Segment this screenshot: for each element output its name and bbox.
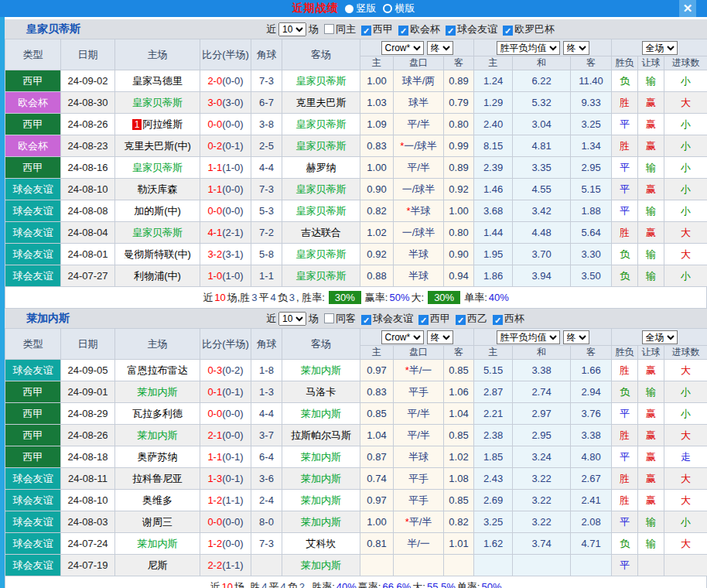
handicap-line: 平/半 <box>394 114 444 135</box>
avg-home-odds: 5.15 <box>474 360 513 381</box>
near-count-select[interactable]: 10 <box>278 22 306 36</box>
handicap-home-odds: 0.92 <box>360 244 394 265</box>
league-checkbox[interactable]: ✓ <box>361 26 371 36</box>
corner-score: 7-3 <box>251 179 282 200</box>
away-team: 艾科坎 <box>282 533 360 555</box>
avg-away-odds: 3.30 <box>571 244 612 265</box>
avg-home-odds: 2.40 <box>474 114 513 135</box>
league-checkbox[interactable]: ✓ <box>493 315 503 325</box>
handicap-line: 半/一 <box>394 533 444 555</box>
away-team: 吉达联合 <box>282 222 360 244</box>
wdl-result: 胜 <box>612 92 638 114</box>
handicap-result: 输 <box>638 381 664 403</box>
league-checkbox[interactable]: ✓ <box>361 315 371 325</box>
bookmaker-select[interactable]: Crow* <box>381 41 424 55</box>
corner-score: 2-5 <box>251 135 282 157</box>
same-home-checkbox[interactable] <box>324 24 334 34</box>
full-match-select[interactable]: 全场 <box>642 330 678 344</box>
avg-draw-odds: 3.04 <box>513 114 571 135</box>
wdl-result: 胜 <box>612 222 638 244</box>
avg-away-odds: 4.80 <box>571 446 612 468</box>
final-avg-select[interactable]: 终 <box>563 41 589 55</box>
home-team: 莱加内斯 <box>115 381 200 403</box>
near-count-select[interactable]: 10 <box>278 312 306 326</box>
horizontal-layout-radio[interactable] <box>383 4 392 13</box>
match-date: 24-08-01 <box>61 244 115 265</box>
match-type-badge: 西甲 <box>5 157 61 179</box>
avg-draw-odds: 4.55 <box>513 179 571 200</box>
handicap-away-odds: 1.08 <box>444 468 474 490</box>
match-row: 球会友谊 24-08-08 加的斯(中) 0-0(0-0) 5-3 皇家贝蒂斯 … <box>5 200 707 222</box>
away-team: 赫罗纳 <box>282 157 360 179</box>
goals-result: 大 <box>664 244 707 265</box>
corner-score: 7-3 <box>251 70 282 92</box>
same-away-checkbox[interactable] <box>324 313 334 323</box>
record-summary: 近10场, 胜4平4负2, 胜率:40% 赢率:66.6% 大:55.5% 单率… <box>5 576 707 588</box>
final-odds-select[interactable]: 终 <box>427 41 453 55</box>
league-label: 球会友谊 <box>373 313 413 324</box>
horizontal-layout-label[interactable]: 横版 <box>395 2 415 15</box>
summary-segment: 50% <box>481 581 501 588</box>
goals-result: 小 <box>664 511 707 533</box>
avg-odds-select[interactable]: 胜平负均值 <box>497 330 560 344</box>
full-match-select[interactable]: 全场 <box>642 41 678 55</box>
away-team: 莱加内斯 <box>282 360 360 381</box>
handicap-home-odds: 0.81 <box>360 533 394 555</box>
goals-result: 大 <box>664 425 707 446</box>
handicap-line: 平/半 <box>394 403 444 425</box>
bookmaker-select[interactable]: Crow* <box>381 330 424 344</box>
home-team: 莱加内斯 <box>115 425 200 446</box>
home-team: 皇家贝蒂斯 <box>115 92 200 114</box>
league-checkbox[interactable]: ✓ <box>418 315 429 325</box>
match-type-badge: 球会友谊 <box>5 179 61 200</box>
avg-away-odds: 5.15 <box>571 179 612 200</box>
final-odds-select[interactable]: 终 <box>427 330 453 344</box>
final-avg-select[interactable]: 终 <box>563 330 589 344</box>
avg-away-odds: 2.95 <box>571 157 612 179</box>
corner-score: 1-8 <box>251 360 282 381</box>
vertical-layout-radio[interactable] <box>345 5 354 13</box>
goals-result: 小 <box>664 403 707 425</box>
wdl-result: 平 <box>612 200 638 222</box>
avg-home-odds: 2.43 <box>474 468 513 490</box>
matches-table: 类型 日期 主场 比分(半场) 角球 客场 Crow*终 胜平负均值终 全场 <box>5 328 707 576</box>
vertical-layout-label[interactable]: 竖版 <box>357 2 377 15</box>
avg-away-odds: 3.76 <box>571 403 612 425</box>
corner-score: 4-4 <box>251 403 282 425</box>
col-odds-home: 主 <box>360 346 394 360</box>
league-checkbox[interactable]: ✓ <box>398 26 408 36</box>
score: 2-1(0-0) <box>200 425 251 446</box>
home-team: 拉科鲁尼亚 <box>115 468 200 490</box>
corner-score: 3-6 <box>251 468 282 490</box>
avg-away-odds: 4.71 <box>571 533 612 555</box>
home-team: 加的斯(中) <box>115 200 200 222</box>
handicap-away-odds: 0.92 <box>444 179 474 200</box>
match-type-badge: 球会友谊 <box>5 490 61 511</box>
close-icon[interactable]: ✕ <box>679 0 696 17</box>
league-checkbox[interactable]: ✓ <box>446 26 456 36</box>
league-checkbox[interactable]: ✓ <box>456 315 466 325</box>
col-goals: 进球数 <box>664 56 707 70</box>
summary-segment: 单率: <box>464 291 487 305</box>
handicap-group-header: Crow*终 <box>360 39 474 56</box>
handicap-result: 赢 <box>638 490 664 511</box>
match-type-badge: 西甲 <box>5 381 61 403</box>
avg-odds-select[interactable]: 胜平负均值 <box>497 41 560 55</box>
summary-segment: 平 <box>268 580 278 588</box>
corner-score: 7-2 <box>251 222 282 244</box>
score: 1-1(0-1) <box>200 446 251 468</box>
wdl-result: 胜 <box>612 490 638 511</box>
col-wdl: 胜负 <box>612 346 638 360</box>
avg-home-odds: 2.69 <box>474 490 513 511</box>
league-label: 西杯 <box>504 313 524 324</box>
league-checkbox[interactable]: ✓ <box>503 26 513 36</box>
match-type-badge: 球会友谊 <box>5 265 61 287</box>
summary-segment: 4 <box>280 581 285 588</box>
match-date: 24-08-23 <box>61 135 115 157</box>
league-label: 西甲 <box>373 23 393 35</box>
handicap-home-odds: 0.83 <box>360 135 394 157</box>
handicap-result: 赢 <box>638 135 664 157</box>
home-team: 谢周三 <box>115 511 200 533</box>
avg-home-odds: 1.95 <box>474 244 513 265</box>
goals-result: 小 <box>664 381 707 403</box>
